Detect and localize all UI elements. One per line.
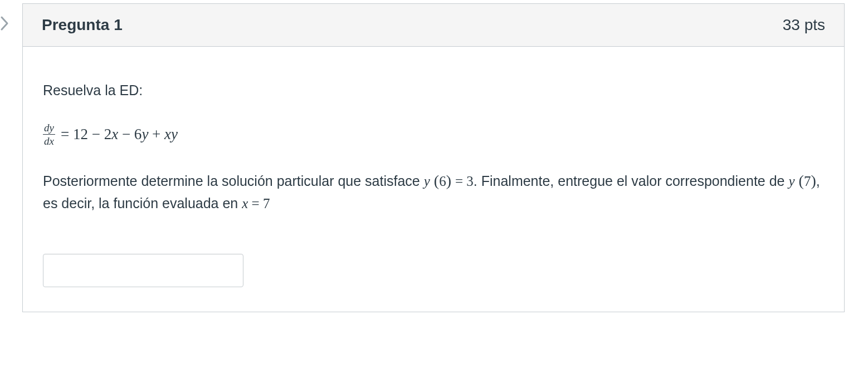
eq-text-2: − 6 [118, 126, 142, 142]
p2-y1: y [424, 174, 430, 189]
p2-rp1: ) [446, 172, 455, 189]
eq-var-x1: x [111, 126, 118, 142]
p2-text-1: Posteriormente determine la solución par… [43, 173, 424, 189]
p2-rp2: ) [811, 172, 816, 189]
eq-var-y1: y [142, 126, 148, 142]
fraction-dy-dx: dy dx [43, 122, 55, 146]
eq-text-3: + [148, 126, 164, 142]
question-card: Pregunta 1 33 pts Resuelva la ED: dy dx … [22, 3, 845, 312]
p2-lp1: ( [430, 172, 439, 189]
question-points: 33 pts [783, 16, 825, 34]
chevron-right-icon [0, 16, 10, 31]
differential-equation: dy dx = 12 − 2x − 6y + xy [43, 122, 824, 146]
question-header: Pregunta 1 33 pts [23, 4, 844, 47]
question-title: Pregunta 1 [42, 16, 123, 34]
frac-numerator: dy [44, 122, 54, 134]
p2-text-2: . Finalmente, entregue el valor correspo… [474, 173, 789, 189]
answer-input[interactable] [43, 254, 243, 287]
prompt-particular-solution: Posteriormente determine la solución par… [43, 169, 824, 215]
eq-var-y2: y [171, 126, 178, 142]
p2-arg1: 6 [439, 174, 446, 189]
question-body: Resuelva la ED: dy dx = 12 − 2x − 6y + x… [23, 47, 844, 312]
p2-x: x [242, 196, 248, 211]
p2-lp2: ( [795, 172, 804, 189]
eq-rhs: = 12 − 2x − 6y + xy [61, 123, 178, 146]
p2-eq2: = 7 [248, 196, 270, 211]
eq-text-1: = 12 − 2 [61, 126, 111, 142]
p2-y2: y [788, 174, 794, 189]
collapse-caret[interactable] [0, 16, 12, 31]
p2-arg2: 7 [804, 174, 811, 189]
prompt-solve-ed: Resuelva la ED: [43, 80, 824, 101]
frac-denominator: dx [44, 135, 54, 147]
eq-var-x2: x [164, 126, 171, 142]
p2-eq1: = 3 [455, 174, 474, 189]
